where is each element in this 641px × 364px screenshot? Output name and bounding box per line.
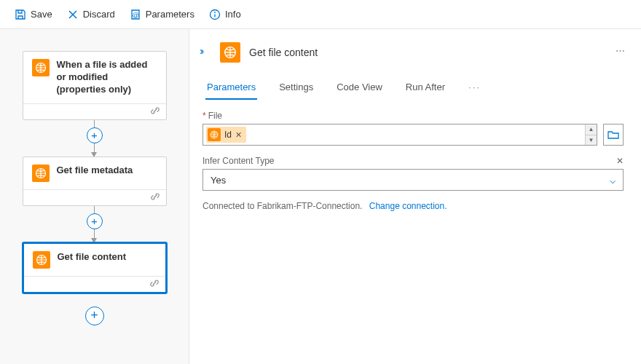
link-icon xyxy=(149,278,160,290)
save-button[interactable]: Save xyxy=(9,6,58,23)
globe-icon xyxy=(208,128,221,141)
details-panel: ›› ⋯ Get file content Parameters Setting… xyxy=(189,29,641,364)
globe-icon xyxy=(220,42,240,63)
info-icon xyxy=(209,9,221,20)
file-input[interactable]: Id ✕ ▲ ▼ xyxy=(202,124,597,146)
discard-label: Discard xyxy=(83,9,115,20)
change-connection-link[interactable]: Change connection. xyxy=(369,201,447,211)
field-file: * File Id ✕ ▲ ▼ xyxy=(202,111,624,146)
infer-content-type-select[interactable]: Yes ⌵ xyxy=(202,169,624,191)
file-stepper: ▲ ▼ xyxy=(585,124,597,145)
discard-button[interactable]: Discard xyxy=(61,6,121,23)
tab-run-after[interactable]: Run After xyxy=(404,77,447,100)
workflow-node-metadata[interactable]: Get file metadata xyxy=(23,157,167,206)
link-icon xyxy=(150,106,160,118)
details-title: Get file content xyxy=(249,47,318,58)
stepper-up[interactable]: ▲ xyxy=(586,124,597,135)
required-indicator: * xyxy=(202,111,206,121)
parameters-label: Parameters xyxy=(146,9,194,20)
chevron-down-icon: ⌵ xyxy=(610,174,616,186)
add-step-button[interactable]: + xyxy=(87,127,103,143)
add-step-end-button[interactable]: + xyxy=(85,306,104,325)
workflow-node-content[interactable]: Get file content xyxy=(23,242,167,293)
clear-field-button[interactable]: ✕ xyxy=(616,156,624,166)
token-label: Id xyxy=(224,130,232,140)
more-menu-button[interactable]: ⋯ xyxy=(616,45,625,56)
node-title: Get file metadata xyxy=(57,165,133,177)
tab-parameters[interactable]: Parameters xyxy=(205,77,257,100)
tab-code-view[interactable]: Code View xyxy=(335,77,384,100)
globe-icon xyxy=(33,251,50,269)
node-title: When a file is added or modified (proper… xyxy=(57,59,157,96)
details-tabs: Parameters Settings Code View Run After … xyxy=(202,77,624,100)
connection-status: Connected to Fabrikam-FTP-Connection. Ch… xyxy=(202,201,624,211)
node-title: Get file content xyxy=(58,251,127,264)
x-icon xyxy=(67,9,79,20)
tab-settings[interactable]: Settings xyxy=(278,77,315,100)
stepper-down[interactable]: ▼ xyxy=(586,135,597,146)
globe-icon xyxy=(32,165,50,182)
info-label: Info xyxy=(225,9,241,20)
file-label: * File xyxy=(202,111,624,121)
save-label: Save xyxy=(31,9,52,20)
link-icon xyxy=(150,191,160,204)
browse-folder-button[interactable] xyxy=(603,124,624,146)
workflow-node-trigger[interactable]: When a file is added or modified (proper… xyxy=(23,51,167,120)
tab-overflow[interactable]: ··· xyxy=(467,77,482,100)
remove-token-button[interactable]: ✕ xyxy=(235,130,242,140)
file-token[interactable]: Id ✕ xyxy=(206,127,246,143)
select-value: Yes xyxy=(211,175,226,186)
toolbar: Save Discard Parameters Info xyxy=(0,0,641,29)
globe-icon xyxy=(32,59,50,76)
infer-label: Infer Content Type xyxy=(202,156,275,166)
save-icon xyxy=(15,9,26,20)
workflow-canvas: When a file is added or modified (proper… xyxy=(0,29,189,364)
info-button[interactable]: Info xyxy=(203,6,247,23)
parameters-icon xyxy=(130,9,141,20)
add-step-button[interactable]: + xyxy=(87,213,103,229)
parameters-button[interactable]: Parameters xyxy=(124,6,200,23)
collapse-panel-button[interactable]: ›› xyxy=(200,45,202,57)
field-infer-content-type: Infer Content Type ✕ Yes ⌵ xyxy=(202,156,624,191)
